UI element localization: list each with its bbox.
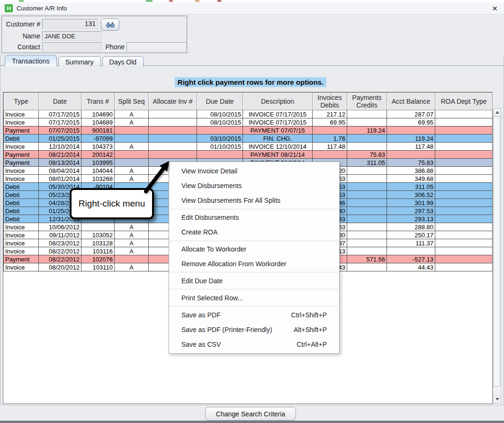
cell-credits: 311.05 <box>347 159 387 167</box>
phone-label: Phone <box>87 43 125 51</box>
scrollbar-thumb[interactable] <box>494 117 501 387</box>
cell-type: Invoice <box>4 167 39 175</box>
cell-balance: -527.13 <box>387 255 435 263</box>
change-search-criteria-button[interactable]: Change Search Criteria <box>205 407 296 421</box>
column-header[interactable]: Type <box>4 93 39 110</box>
column-header[interactable]: Acct Balance <box>387 93 435 110</box>
cell-roa <box>435 135 493 143</box>
menu-item-remove-allocation-from-workorder[interactable]: Remove Allocation From Workorder <box>169 257 339 271</box>
scroll-down-button[interactable] <box>494 396 501 403</box>
tab-summary[interactable]: Summary <box>58 56 101 67</box>
close-icon[interactable]: × <box>492 4 497 13</box>
app-icon: H <box>5 4 13 12</box>
menu-item-edit-due-date[interactable]: Edit Due Date <box>169 273 339 288</box>
cell-date: 08/20/2012 <box>39 263 81 271</box>
cell-credits <box>347 223 387 231</box>
tab-transactions[interactable]: Transactions <box>5 55 57 66</box>
menu-item-allocate-to-workorder[interactable]: Allocate To Workorder <box>169 242 339 257</box>
vertical-scrollbar[interactable] <box>493 108 501 404</box>
cell-alloc <box>149 135 197 143</box>
column-header[interactable]: Invoices Debits <box>313 93 347 110</box>
menu-item-view-disbursements-for-all-splits[interactable]: View Disbursements For All Splits <box>169 193 339 208</box>
table-row[interactable]: Debit01/25/2015-9709903/10/2015FIN. CHG.… <box>4 135 493 143</box>
cell-type: Invoice <box>4 247 39 255</box>
cell-roa <box>435 207 493 215</box>
column-header[interactable]: Trans # <box>81 93 115 110</box>
cell-trans: 104044 <box>81 167 115 175</box>
menu-item-print-selected-row[interactable]: Print Selected Row... <box>169 290 339 305</box>
cell-credits <box>347 191 387 199</box>
cell-split: A <box>115 263 149 271</box>
table-row[interactable]: Payment08/21/2014200142PAYMENT 08/21/147… <box>4 151 493 159</box>
cell-date: 08/23/2012 <box>39 239 81 247</box>
customer-info-groupbox: Customer # 131 Name JANE DOE Contact Pho… <box>1 16 188 54</box>
menu-item-create-roa[interactable]: Create ROA <box>169 225 339 240</box>
table-row[interactable]: Invoice12/10/2014104373A01/10/2015INVOIC… <box>4 143 493 151</box>
cell-date: 08/21/2014 <box>39 151 81 159</box>
cell-balance: 44.43 <box>387 263 435 271</box>
column-header[interactable]: Due Date <box>197 93 243 110</box>
cell-balance: 69.95 <box>387 118 435 126</box>
scroll-up-button[interactable] <box>494 108 501 116</box>
cell-desc: INVOICE 12/10/2014 <box>243 143 313 151</box>
menu-item-edit-disbursements[interactable]: Edit Disbursements <box>169 210 339 225</box>
menu-separator <box>170 272 339 272</box>
menu-item-view-invoice-detail[interactable]: View Invoice Detail <box>169 164 339 179</box>
menu-item-save-as-pdf[interactable]: Save as PDFCtrl+Shift+P <box>169 307 339 322</box>
column-header[interactable]: Date <box>39 93 81 110</box>
column-header[interactable]: Payments Credits <box>347 93 387 110</box>
cell-roa <box>435 255 493 263</box>
cell-date: 09/11/2012 <box>39 231 81 239</box>
cell-balance <box>387 126 435 135</box>
binoculars-icon <box>106 22 115 28</box>
menu-item-view-disbursements[interactable]: View Disbursements <box>169 179 339 193</box>
cell-trans: 102076 <box>81 255 115 263</box>
window-title: Customer A/R Info <box>17 5 67 12</box>
cell-split: A <box>115 247 149 255</box>
menu-item-label: Create ROA <box>181 228 217 236</box>
cell-type: Invoice <box>4 239 39 247</box>
cell-balance: 75.83 <box>387 159 435 167</box>
customer-number-field[interactable]: 131 <box>42 19 98 29</box>
cell-alloc <box>149 143 197 151</box>
cell-date: 10/06/2012 <box>39 223 81 231</box>
table-row[interactable]: Invoice07/17/2015104690A08/10/2015INVOIC… <box>4 110 493 118</box>
cell-type: Invoice <box>4 143 39 151</box>
lookup-button[interactable] <box>101 18 119 31</box>
phone-field[interactable] <box>126 42 186 52</box>
tab-days-old[interactable]: Days Old <box>102 56 144 67</box>
cell-roa <box>435 215 493 223</box>
cell-split: A <box>115 118 149 126</box>
column-header[interactable]: Description <box>243 93 313 110</box>
cell-credits <box>347 239 387 247</box>
menu-item-save-as-csv[interactable]: Save as CSVCtrl+Alt+P <box>169 337 339 351</box>
cell-type: Payment <box>4 159 39 167</box>
cell-split <box>115 135 149 143</box>
cell-balance: 386.88 <box>387 167 435 175</box>
name-field[interactable]: JANE DOE <box>42 31 102 41</box>
menu-item-shortcut: Ctrl+Shift+P <box>291 311 327 319</box>
table-row[interactable]: Payment07/07/2015900181PAYMENT 07/07/151… <box>4 126 493 135</box>
menu-item-save-as-pdf-printer-friendly[interactable]: Save as PDF (Printer-Friendly)Alt+Shift+… <box>169 322 339 337</box>
cell-roa <box>435 223 493 231</box>
cell-type: Payment <box>4 126 39 135</box>
cell-trans: 104373 <box>81 143 115 151</box>
table-row[interactable]: Invoice07/17/2015104689A08/10/2015INVOIC… <box>4 118 493 126</box>
column-header[interactable]: Split Seq <box>115 93 149 110</box>
cell-date: 07/17/2015 <box>39 118 81 126</box>
cell-type: Debit <box>4 183 39 191</box>
column-header[interactable]: ROA Dept Type <box>435 93 493 110</box>
cell-desc: FIN. CHG. <box>243 135 313 143</box>
cell-alloc <box>149 110 197 118</box>
cell-roa <box>435 191 493 199</box>
menu-separator <box>170 241 339 241</box>
window-bottom-edge <box>0 421 504 423</box>
cell-due <box>197 151 243 159</box>
column-header[interactable]: Allocate Inv # <box>149 93 197 110</box>
menu-item-label: View Disbursements <box>181 182 242 189</box>
name-label: Name <box>2 32 40 40</box>
menu-separator <box>170 306 339 306</box>
cell-roa <box>435 247 493 255</box>
cell-date: 08/01/2014 <box>39 175 81 183</box>
cell-type: Payment <box>4 151 39 159</box>
